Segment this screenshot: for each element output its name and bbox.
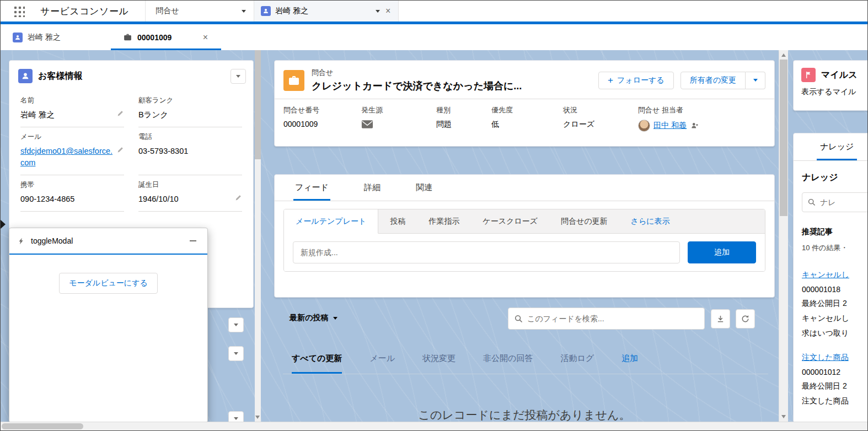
field-label: 名前: [20, 96, 124, 105]
modal-view-button[interactable]: モーダルビューにする: [59, 273, 158, 294]
card-menu-button[interactable]: [228, 317, 244, 332]
knowledge-search-input[interactable]: [820, 198, 867, 207]
knowledge-article: キャンセルし 000001018 最終公開日 2 キャンセルし 求はいつ取り: [802, 270, 867, 338]
expand-panel-arrow[interactable]: [1, 220, 6, 229]
field-label: 優先度: [491, 105, 563, 115]
article-number: 000001018: [802, 285, 867, 294]
filter-all-updates[interactable]: すべての更新: [292, 343, 342, 374]
minimize-icon: [190, 240, 196, 241]
change-owner-button[interactable]: 所有者の変更: [681, 72, 746, 89]
field-value: 090-1234-4865: [20, 193, 124, 205]
results-count: 10 件の結果・: [802, 243, 867, 253]
workspace: お客様情報 名前 岩崎 雅之 顧客ランク Bランク: [1, 50, 867, 422]
knowledge-tab-bar: ナレッジ: [794, 133, 867, 161]
search-icon: [808, 198, 816, 206]
highlight-priority: 優先度 低: [491, 105, 563, 132]
refresh-icon: [741, 315, 749, 323]
field-label: 顧客ランク: [138, 96, 242, 105]
close-icon[interactable]: ×: [202, 33, 209, 42]
feed-search-input[interactable]: [527, 314, 698, 323]
customer-card-header: お客様情報: [9, 61, 253, 89]
chevron-down-icon: [753, 79, 758, 82]
edit-pencil-icon[interactable]: [117, 146, 124, 155]
article-title-link[interactable]: キャンセルし: [802, 270, 867, 280]
filter-activity-log[interactable]: 活動ログ: [560, 343, 594, 374]
field-value: 問題: [436, 120, 491, 130]
card-menu-button[interactable]: [228, 346, 244, 361]
main-scrollbar[interactable]: [779, 50, 788, 422]
workspace-tab-contact[interactable]: 岩崎 雅之 ×: [254, 1, 399, 21]
publisher-tab-email-template[interactable]: メールテンプレート: [284, 209, 378, 234]
tab-knowledge[interactable]: ナレッジ: [817, 133, 857, 160]
chevron-down-icon: [236, 75, 240, 78]
case-title: クレジットカードで決済できなかった場合に...: [312, 79, 522, 93]
tab-feed[interactable]: フィード: [293, 175, 330, 201]
toggle-modal-window: toggleModal モーダルビューにする: [9, 228, 208, 422]
filter-add-link[interactable]: 追加: [621, 343, 638, 374]
scrollbar-thumb[interactable]: [2, 423, 83, 429]
owner-link[interactable]: 田中 和義: [653, 121, 687, 131]
chevron-down-icon: [234, 324, 238, 326]
nav-tab-case[interactable]: 問合せ: [145, 1, 233, 21]
field-birthday: 誕生日 1946/10/10: [138, 175, 242, 212]
tab-details[interactable]: 詳細: [362, 175, 382, 201]
field-label: 発生源: [361, 105, 436, 115]
search-icon: [515, 315, 523, 323]
close-icon[interactable]: ×: [384, 6, 392, 16]
minimize-button[interactable]: [187, 235, 199, 247]
add-button[interactable]: 追加: [688, 241, 756, 263]
app-name: サービスコンソール: [37, 1, 145, 21]
scroll-down-icon[interactable]: [255, 416, 260, 419]
scroll-up-icon[interactable]: [781, 53, 786, 57]
follower-icon[interactable]: [691, 122, 699, 130]
field-label: 電話: [138, 132, 242, 142]
subtab-contact[interactable]: 岩崎 雅之: [1, 24, 111, 50]
field-label: 状況: [563, 105, 638, 115]
publisher-tab-work-order[interactable]: 作業指示: [417, 209, 471, 233]
publisher-tab-case-close[interactable]: ケースクローズ: [471, 209, 549, 233]
publisher-input[interactable]: [293, 241, 680, 263]
edit-pencil-icon[interactable]: [117, 109, 124, 119]
owner-avatar[interactable]: [638, 120, 650, 132]
scrollbar-thumb[interactable]: [780, 60, 787, 216]
highlight-type: 種別 問題: [436, 105, 491, 132]
refresh-feed-button[interactable]: [736, 309, 755, 328]
case-icon: [283, 70, 304, 91]
contact-icon: [13, 33, 23, 42]
expand-posts-button[interactable]: [711, 309, 730, 328]
feed-sort-dropdown[interactable]: 最新の投稿: [290, 313, 337, 323]
article-title-link[interactable]: 注文した商品: [802, 353, 867, 363]
tab-related[interactable]: 関連: [414, 175, 434, 201]
feed-sort-label: 最新の投稿: [290, 313, 328, 323]
field-label: 種別: [436, 105, 491, 115]
toggle-modal-header: toggleModal: [9, 228, 207, 255]
feed-filter-bar: すべての更新 メール 状況変更 非公開の回答 活動ログ 追加: [283, 343, 768, 374]
edit-pencil-icon[interactable]: [235, 193, 242, 203]
recommended-articles-heading: 推奨記事: [802, 227, 867, 237]
filter-email[interactable]: メール: [369, 343, 395, 374]
left-panel-scrollbar[interactable]: [255, 50, 261, 422]
field-phone: 電話 03-5793-8301: [138, 127, 242, 175]
filter-private-reply[interactable]: 非公開の回答: [483, 343, 533, 374]
horizontal-scrollbar[interactable]: [1, 422, 867, 430]
card-menu-button[interactable]: [231, 69, 246, 84]
milestone-body-text: 表示するマイル: [794, 85, 867, 99]
publisher-tab-post[interactable]: 投稿: [378, 209, 417, 233]
publisher-tab-case-update[interactable]: 問合せの更新: [549, 209, 619, 233]
more-actions-button[interactable]: [746, 72, 765, 89]
scroll-down-icon[interactable]: [781, 415, 786, 418]
bolt-icon: [18, 237, 25, 245]
plus-icon: +: [608, 75, 613, 86]
follow-button[interactable]: + フォローする: [598, 72, 674, 89]
publisher-tabs: メールテンプレート 投稿 作業指示 ケースクローズ 問合せの更新 さらに表示: [284, 209, 765, 234]
subtab-case-active[interactable]: 00001009 ×: [111, 24, 221, 50]
publisher-more-link[interactable]: さらに表示: [619, 209, 682, 233]
filter-status-change[interactable]: 状況変更: [422, 343, 456, 374]
chevron-down-icon[interactable]: [376, 10, 380, 13]
email-link[interactable]: sfdcjdemo01@salesforce.com: [20, 146, 115, 169]
nav-tab-dropdown[interactable]: [233, 1, 254, 21]
app-launcher-button[interactable]: [1, 1, 37, 21]
card-menu-button[interactable]: [228, 411, 244, 422]
scrollbar-thumb[interactable]: [255, 50, 261, 159]
article-snippet: 注文した商品: [802, 396, 867, 406]
